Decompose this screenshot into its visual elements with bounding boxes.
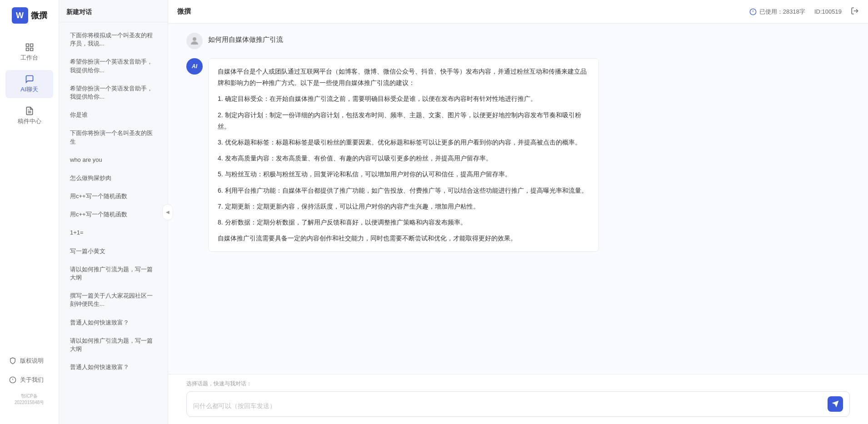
chat-area: 如何用自媒体做推广引流 AI 自媒体平台是个人或团队通过互联网平台（如博客、微博…: [168, 24, 868, 374]
chat-message-ai: AI 自媒体平台是个人或团队通过互联网平台（如博客、微博、微信公众号、抖音、快手…: [186, 58, 850, 252]
history-item-6[interactable]: 怎么做狗屎炒肉: [63, 170, 164, 187]
send-button[interactable]: [828, 396, 843, 412]
brand-logo: W 微撰: [6, 7, 53, 24]
svg-rect-1: [30, 44, 33, 47]
history-sidebar: 新建对话 下面你将模拟成一个叫圣友的程序员，我说... 希望你扮演一个英语发音助…: [59, 0, 168, 424]
brand-sidebar: W 微撰 工作台 AI聊天 稿件中心: [0, 0, 59, 424]
history-item-9[interactable]: 1+1=: [63, 224, 164, 241]
history-item-8[interactable]: 用c++写一个随机函数: [63, 206, 164, 223]
svg-rect-3: [30, 48, 33, 51]
ai-avatar: AI: [186, 58, 203, 75]
history-item-1[interactable]: 希望你扮演一个英语发音助手，我提供给你...: [63, 53, 164, 79]
usage-text: 已使用：28318字: [759, 8, 805, 16]
ai-para-9: 自媒体推广引流需要具备一定的内容创作和社交能力，同时也需要不断尝试和优化，才能取…: [218, 233, 589, 244]
history-item-14[interactable]: 请以如何推广引流为题，写一篇大纲: [63, 332, 164, 358]
history-item-2[interactable]: 希望你扮演一个英语发音助手，我提供给你...: [63, 80, 164, 105]
collapse-sidebar-button[interactable]: ◀: [162, 204, 173, 220]
brand-icon: W: [12, 7, 28, 24]
usage-info: 已使用：28318字: [749, 8, 805, 16]
nav-item-drafts[interactable]: 稿件中心: [5, 102, 53, 130]
ai-message-content: 自媒体平台是个人或团队通过互联网平台（如博客、微博、微信公众号、抖音、快手等）发…: [208, 58, 599, 252]
new-chat-button[interactable]: 新建对话: [59, 0, 168, 22]
chat-message-user: 如何用自媒体做推广引流: [186, 33, 850, 49]
top-bar: 微撰 已使用：28318字 ID:100519: [168, 0, 868, 24]
page-title: 微撰: [177, 7, 191, 16]
quick-topics-label: 选择话题，快速与我对话：: [186, 380, 850, 388]
ai-para-7: 7. 定期更新：定期更新内容，保持活跃度，可以让用户对你的内容产生兴趣，增加用户…: [218, 201, 589, 212]
ai-para-6: 6. 利用平台推广功能：自媒体平台都提供了推广功能，如广告投放、付费推广等，可以…: [218, 185, 589, 196]
icp-text: 鄂ICP备2022015848号: [5, 391, 53, 409]
history-item-11[interactable]: 请以如何推广引流为题，写一篇大纲: [63, 261, 164, 286]
grid-icon: [25, 43, 34, 52]
user-message-text: 如何用自媒体做推广引流: [208, 33, 599, 44]
ai-para-1: 1. 确定目标受众：在开始自媒体推广引流之前，需要明确目标受众是谁，以便在发布内…: [218, 93, 589, 105]
history-item-10[interactable]: 写一篇小黄文: [63, 243, 164, 260]
document-icon: [25, 106, 34, 115]
brand-name: 微撰: [31, 10, 47, 21]
nav-item-about[interactable]: 关于我们: [5, 372, 53, 388]
send-icon: [831, 400, 839, 408]
history-item-15[interactable]: 普通人如何快速致富？: [63, 359, 164, 376]
ai-para-4: 4. 发布高质量内容：发布高质量、有价值、有趣的内容可以吸引更多的粉丝，并提高用…: [218, 153, 589, 164]
input-box-wrapper: [186, 391, 850, 417]
main-content: 微撰 已使用：28318字 ID:100519: [168, 0, 868, 424]
user-avatar: [186, 33, 203, 49]
chat-icon: [25, 75, 34, 84]
svg-point-13: [193, 37, 196, 41]
history-item-4[interactable]: 下面你将扮演一个名叫圣友的医生: [63, 125, 164, 150]
history-list: 下面你将模拟成一个叫圣友的程序员，我说... 希望你扮演一个英语发音助手，我提供…: [59, 22, 168, 424]
svg-rect-0: [26, 44, 29, 47]
logout-button[interactable]: [851, 7, 859, 17]
input-area: 选择话题，快速与我对话：: [168, 374, 868, 424]
nav-items: 工作台 AI聊天 稿件中心: [0, 38, 59, 353]
history-item-5[interactable]: who are you: [63, 151, 164, 169]
info-circle-icon: [749, 8, 757, 15]
ai-para-2: 2. 制定内容计划：制定一份详细的内容计划，包括发布时间、频率、主题、文案、图片…: [218, 110, 589, 132]
ai-para-8: 8. 分析数据：定期分析数据，了解用户反馈和喜好，以便调整推广策略和内容发布频率…: [218, 217, 589, 228]
shield-icon: [9, 357, 16, 364]
nav-item-copyright[interactable]: 版权说明: [5, 353, 53, 369]
nav-item-ai-chat[interactable]: AI聊天: [5, 70, 53, 98]
nav-bottom: 版权说明 关于我们 鄂ICP备2022015848号: [0, 353, 59, 417]
history-item-7[interactable]: 用c++写一个随机函数: [63, 188, 164, 205]
ai-para-5: 5. 与粉丝互动：积极与粉丝互动，回复评论和私信，可以增加用户对你的认可和信任，…: [218, 169, 589, 180]
svg-rect-2: [26, 48, 29, 51]
user-message-content: 如何用自媒体做推广引流: [208, 33, 599, 44]
history-item-13[interactable]: 普通人如何快速致富？: [63, 314, 164, 331]
top-bar-right: 已使用：28318字 ID:100519: [749, 7, 859, 17]
circle-info-icon: [9, 376, 16, 384]
user-id: ID:100519: [814, 8, 842, 15]
nav-item-workbench[interactable]: 工作台: [5, 38, 53, 66]
history-item-3[interactable]: 你是谁: [63, 106, 164, 124]
ai-message-text: 自媒体平台是个人或团队通过互联网平台（如博客、微博、微信公众号、抖音、快手等）发…: [208, 58, 599, 252]
ai-para-3: 3. 优化标题和标签：标题和标签是吸引粉丝的重要因素。优化标题和标签可以让更多的…: [218, 137, 589, 148]
chat-input[interactable]: [193, 401, 824, 412]
history-item-12[interactable]: 撰写一篇关于八大家花园社区一刻钟便民生...: [63, 287, 164, 313]
history-item-0[interactable]: 下面你将模拟成一个叫圣友的程序员，我说...: [63, 27, 164, 52]
ai-para-0: 自媒体平台是个人或团队通过互联网平台（如博客、微博、微信公众号、抖音、快手等）发…: [218, 66, 589, 89]
